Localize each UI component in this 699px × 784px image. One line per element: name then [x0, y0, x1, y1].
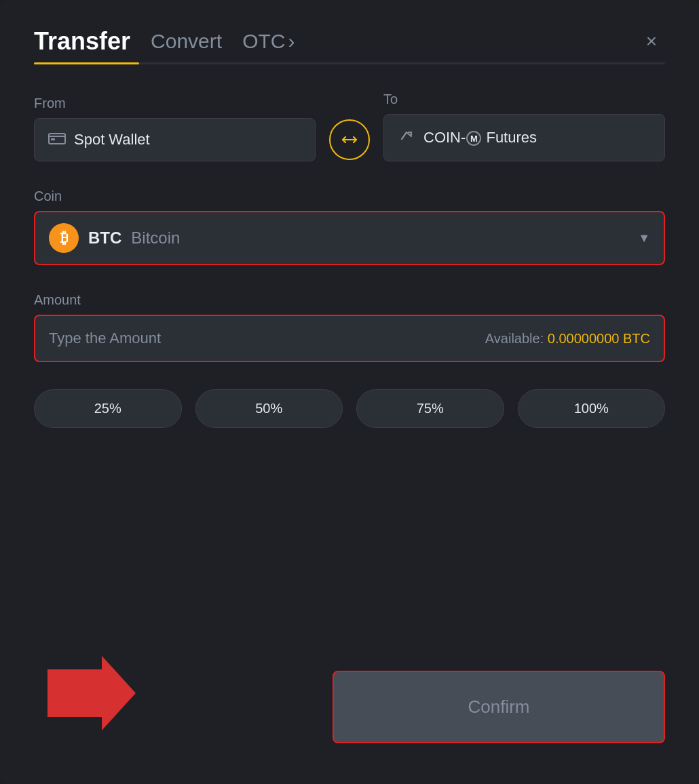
tab-transfer[interactable]: Transfer	[34, 27, 130, 56]
coin-symbol: BTC	[88, 229, 121, 248]
coin-label: Coin	[34, 189, 62, 203]
pct-50-button[interactable]: 50%	[195, 389, 343, 428]
pct-25-button[interactable]: 25%	[34, 389, 182, 428]
to-label: To	[383, 92, 665, 107]
otc-label: OTC	[242, 30, 285, 53]
confirm-button[interactable]: Confirm	[333, 671, 665, 743]
modal-header: Transfer Convert OTC › ×	[34, 27, 665, 56]
close-button[interactable]: ×	[638, 28, 665, 55]
amount-section: Amount Available: 0.00000000 BTC	[34, 292, 665, 362]
tab-active-indicator	[34, 62, 139, 64]
dropdown-chevron-icon: ▼	[638, 231, 650, 246]
to-wallet-name: COIN-M Futures	[423, 129, 537, 146]
pct-75-button[interactable]: 75%	[356, 389, 504, 428]
coin-selector[interactable]: ₿ BTC Bitcoin ▼	[34, 211, 665, 265]
from-wallet-selector[interactable]: Spot Wallet	[34, 118, 316, 161]
arrow-indicator	[48, 656, 136, 733]
from-label: From	[34, 96, 316, 111]
to-group: To COIN-M Futures	[383, 92, 665, 161]
tab-underline-bar	[34, 62, 665, 64]
percentage-row: 25% 50% 75% 100%	[34, 389, 665, 428]
from-wallet-name: Spot Wallet	[74, 131, 150, 149]
amount-input-box: Available: 0.00000000 BTC	[34, 315, 665, 362]
tab-otc[interactable]: OTC ›	[242, 30, 295, 53]
pct-100-button[interactable]: 100%	[518, 389, 666, 428]
bottom-area: Confirm	[34, 671, 665, 743]
coin-full-name: Bitcoin	[131, 229, 180, 248]
transfer-modal: Transfer Convert OTC › × From Spot Walle	[0, 0, 699, 784]
otc-chevron-icon: ›	[288, 30, 295, 53]
from-group: From Spot Wallet	[34, 96, 316, 161]
svg-marker-2	[48, 656, 136, 730]
btc-icon: ₿	[49, 223, 79, 253]
swap-button[interactable]	[329, 119, 370, 160]
amount-input[interactable]	[49, 330, 485, 347]
futures-icon	[398, 127, 415, 149]
amount-label: Amount	[34, 292, 81, 307]
wallet-card-icon	[48, 131, 66, 149]
coin-section: Coin ₿ BTC Bitcoin ▼	[34, 189, 665, 265]
to-wallet-selector[interactable]: COIN-M Futures	[383, 114, 665, 161]
from-to-row: From Spot Wallet To	[34, 92, 665, 161]
available-amount-value: 0.00000000 BTC	[548, 331, 650, 346]
svg-rect-1	[51, 138, 55, 140]
tab-convert[interactable]: Convert	[151, 30, 222, 53]
available-balance: Available: 0.00000000 BTC	[485, 331, 650, 347]
